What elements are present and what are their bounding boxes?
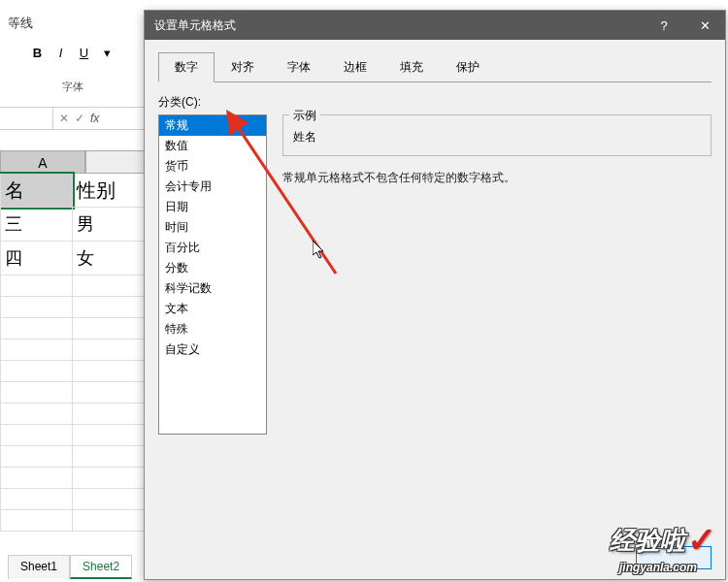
tab-font[interactable]: 字体: [271, 52, 327, 82]
cell-empty[interactable]: [0, 361, 73, 382]
cell-empty[interactable]: [0, 382, 73, 404]
category-scientific[interactable]: 科学记数: [159, 278, 266, 299]
cell-empty[interactable]: [73, 510, 146, 532]
cell-empty[interactable]: [0, 446, 73, 468]
column-header-b[interactable]: [85, 150, 146, 174]
cell-empty[interactable]: [73, 340, 146, 361]
border-button[interactable]: ▾: [98, 43, 117, 62]
category-percent[interactable]: 百分比: [159, 238, 266, 258]
cell-empty[interactable]: [73, 404, 146, 425]
category-general[interactable]: 常规: [159, 115, 266, 136]
italic-button[interactable]: I: [51, 43, 71, 62]
close-button[interactable]: ✕: [684, 11, 725, 40]
cell-empty[interactable]: [73, 382, 146, 404]
underline-button[interactable]: U: [75, 43, 94, 62]
tab-fill[interactable]: 填充: [383, 52, 440, 82]
tab-protect[interactable]: 保护: [440, 52, 496, 82]
cell-empty[interactable]: [73, 468, 146, 489]
ribbon-section-label: 字体: [62, 80, 83, 97]
category-text[interactable]: 文本: [159, 299, 266, 319]
cell-empty[interactable]: [73, 318, 146, 340]
format-preview-panel: 示例 姓名 常规单元格格式不包含任何特定的数字格式。: [282, 114, 711, 435]
cell-empty[interactable]: [73, 361, 146, 382]
font-name-box[interactable]: 等线: [0, 10, 146, 37]
bold-button[interactable]: B: [28, 43, 48, 62]
cell-b2[interactable]: 男: [73, 208, 146, 242]
category-fraction[interactable]: 分数: [159, 258, 266, 278]
cell-b1[interactable]: 性别: [73, 174, 146, 208]
spreadsheet-grid[interactable]: A 名 性别 三 男 四 女: [0, 150, 146, 532]
category-listbox[interactable]: 常规 数值 货币 会计专用 日期 时间 百分比 分数 科学记数 文本 特殊 自定…: [158, 114, 267, 435]
cell-empty[interactable]: [73, 489, 146, 510]
tab-align[interactable]: 对齐: [215, 52, 271, 82]
tab-border[interactable]: 边框: [327, 52, 383, 82]
column-header-a[interactable]: A: [0, 150, 85, 174]
sheet-tab-1[interactable]: Sheet1: [8, 555, 70, 579]
tab-number[interactable]: 数字: [158, 52, 215, 82]
fx-label[interactable]: fx: [90, 112, 99, 125]
format-description: 常规单元格格式不包含任何特定的数字格式。: [282, 170, 711, 186]
category-accounting[interactable]: 会计专用: [159, 177, 266, 197]
name-box[interactable]: [0, 108, 53, 129]
cell-a1[interactable]: 名: [0, 174, 73, 208]
category-currency[interactable]: 货币: [159, 156, 266, 177]
sheet-tabs: Sheet1 Sheet2: [8, 555, 132, 579]
formula-bar: ✕ ✓ fx: [0, 107, 146, 130]
cell-empty[interactable]: [73, 275, 146, 297]
category-time[interactable]: 时间: [159, 217, 266, 238]
ribbon-font-section: B I U ▾ 字体: [0, 39, 146, 97]
confirm-icon[interactable]: ✓: [75, 112, 84, 125]
checkmark-icon: ✓: [687, 520, 716, 561]
category-label: 分类(C):: [158, 94, 711, 111]
watermark-url: jingyanla.com: [619, 561, 697, 574]
dialog-title-text: 设置单元格格式: [154, 17, 236, 34]
category-number[interactable]: 数值: [159, 136, 266, 156]
help-button[interactable]: ?: [644, 11, 684, 40]
cell-empty[interactable]: [0, 510, 73, 532]
example-box: 示例 姓名: [282, 114, 711, 156]
cell-empty[interactable]: [0, 489, 73, 510]
cell-a2[interactable]: 三: [0, 208, 73, 242]
dialog-titlebar[interactable]: 设置单元格格式 ? ✕: [145, 11, 725, 40]
cell-empty[interactable]: [73, 446, 146, 468]
category-date[interactable]: 日期: [159, 197, 266, 217]
example-label: 示例: [289, 108, 320, 124]
cell-empty[interactable]: [0, 275, 73, 297]
cell-empty[interactable]: [73, 297, 146, 318]
cell-a3[interactable]: 四: [0, 242, 73, 275]
cell-empty[interactable]: [73, 425, 146, 446]
cell-empty[interactable]: [0, 468, 73, 489]
category-special[interactable]: 特殊: [159, 319, 266, 340]
dialog-tab-strip: 数字 对齐 字体 边框 填充 保护: [158, 51, 711, 82]
cell-empty[interactable]: [0, 318, 73, 340]
cell-empty[interactable]: [0, 340, 73, 361]
cancel-icon[interactable]: ✕: [59, 112, 69, 125]
cell-empty[interactable]: [0, 297, 73, 318]
cell-b3[interactable]: 女: [73, 242, 146, 275]
category-custom[interactable]: 自定义: [159, 340, 266, 360]
watermark: 经验啦 ✓ jingyanla.com: [610, 520, 716, 561]
format-cells-dialog: 设置单元格格式 ? ✕ 数字 对齐 字体 边框 填充 保护 分类(C): 常规 …: [144, 10, 726, 580]
example-value: 姓名: [291, 123, 703, 147]
cell-empty[interactable]: [0, 404, 73, 425]
cell-empty[interactable]: [0, 425, 73, 446]
watermark-text: 经验啦: [610, 524, 685, 558]
sheet-tab-2[interactable]: Sheet2: [70, 555, 132, 579]
